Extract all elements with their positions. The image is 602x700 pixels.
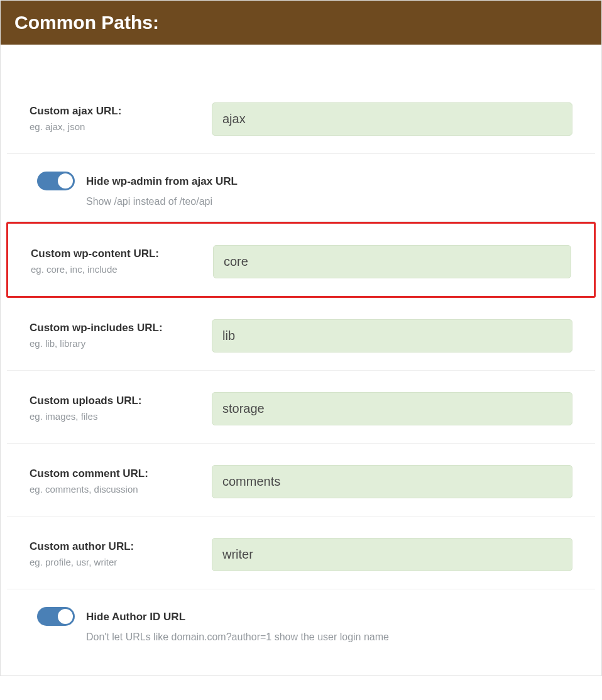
field-label: Custom wp-includes URL: [30, 320, 212, 336]
panel-body: Custom ajax URL: eg. ajax, json Hide wp-… [1, 45, 601, 675]
panel-header: Common Paths: [1, 1, 601, 45]
field-label: Custom uploads URL: [30, 393, 212, 408]
input-col [212, 538, 572, 571]
uploads-url-input[interactable] [212, 392, 572, 425]
field-hint: eg. lib, library [30, 338, 212, 349]
input-col [212, 465, 572, 498]
panel-title: Common Paths: [14, 12, 159, 33]
toggle-label: Hide Author ID URL [86, 607, 389, 625]
label-col: Custom uploads URL: eg. images, files [30, 392, 212, 422]
field-hint: eg. profile, usr, writer [30, 557, 212, 567]
toggle-desc: Show /api instead of /teo/api [86, 196, 238, 207]
toggle-label: Hide wp-admin from ajax URL [86, 172, 238, 190]
field-label: Custom ajax URL: [30, 104, 212, 119]
label-col: Custom ajax URL: eg. ajax, json [30, 102, 212, 132]
field-label: Custom author URL: [30, 539, 212, 554]
field-row-wpincludes: Custom wp-includes URL: eg. lib, library [7, 298, 595, 371]
toggle-knob [58, 173, 73, 189]
field-row-author: Custom author URL: eg. profile, usr, wri… [7, 517, 595, 589]
spacer [7, 45, 595, 81]
field-hint: eg. core, inc, include [31, 264, 213, 275]
field-hint: eg. images, files [30, 411, 212, 422]
label-col: Custom comment URL: eg. comments, discus… [30, 465, 212, 495]
field-row-wpcontent: Custom wp-content URL: eg. core, inc, in… [6, 222, 596, 298]
input-col [212, 392, 572, 425]
wpcontent-url-input[interactable] [213, 245, 571, 278]
field-hint: eg. comments, discussion [30, 484, 212, 495]
toggle-text: Hide wp-admin from ajax URL Show /api in… [86, 172, 238, 207]
toggle-row-hide-wpadmin: Hide wp-admin from ajax URL Show /api in… [7, 154, 595, 222]
toggle-knob [58, 609, 73, 624]
ajax-url-input[interactable] [212, 102, 572, 136]
settings-panel: Common Paths: Custom ajax URL: eg. ajax,… [0, 0, 602, 676]
toggle-row-hide-author-id: Hide Author ID URL Don't let URLs like d… [7, 589, 595, 657]
hide-wpadmin-toggle[interactable] [37, 172, 75, 190]
wpincludes-url-input[interactable] [212, 319, 572, 353]
author-url-input[interactable] [212, 538, 572, 571]
hide-author-id-toggle[interactable] [37, 607, 75, 626]
field-label: Custom wp-content URL: [31, 246, 213, 261]
input-col [212, 319, 572, 353]
field-hint: eg. ajax, json [30, 121, 212, 132]
toggle-desc: Don't let URLs like domain.com?author=1 … [86, 632, 389, 643]
input-col [213, 245, 571, 278]
field-row-uploads: Custom uploads URL: eg. images, files [7, 371, 595, 444]
input-col [212, 102, 572, 136]
comment-url-input[interactable] [212, 465, 572, 498]
label-col: Custom wp-includes URL: eg. lib, library [30, 319, 212, 349]
field-label: Custom comment URL: [30, 466, 212, 481]
toggle-text: Hide Author ID URL Don't let URLs like d… [86, 607, 389, 643]
label-col: Custom wp-content URL: eg. core, inc, in… [31, 245, 213, 275]
field-row-ajax: Custom ajax URL: eg. ajax, json [7, 81, 595, 154]
label-col: Custom author URL: eg. profile, usr, wri… [30, 538, 212, 567]
field-row-comment: Custom comment URL: eg. comments, discus… [7, 444, 595, 517]
